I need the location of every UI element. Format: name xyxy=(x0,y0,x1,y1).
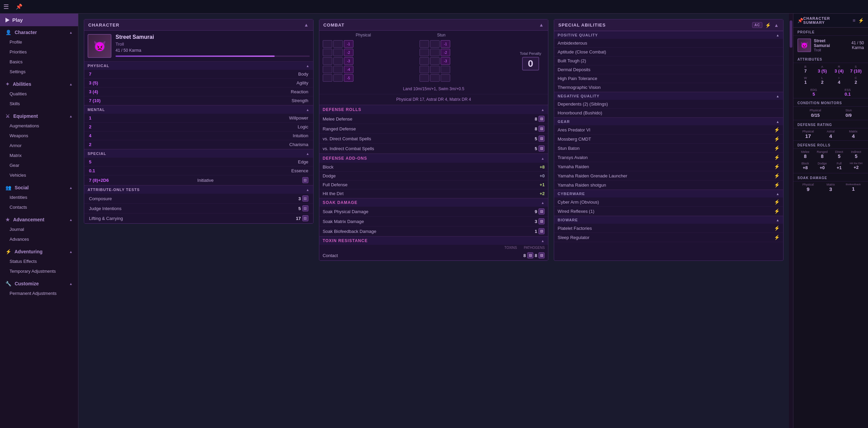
soak-physical-value: 9 xyxy=(535,209,537,214)
sidebar-item-augmentations[interactable]: Augmentations xyxy=(0,121,78,131)
condition-box[interactable] xyxy=(420,57,429,65)
play-button[interactable]: Play xyxy=(0,14,78,26)
condition-box[interactable] xyxy=(323,74,332,82)
sidebar-item-matrix[interactable]: Matrix xyxy=(0,150,78,160)
sidebar-item-status-effects[interactable]: Status Effects xyxy=(0,256,78,266)
dice-icon[interactable]: ⚄ xyxy=(538,218,545,224)
dice-icon[interactable]: ⚄ xyxy=(302,215,308,221)
char-name: Street Samurai xyxy=(116,34,310,40)
scrollbar-track[interactable] xyxy=(789,14,793,428)
sidebar-item-armor[interactable]: Armor xyxy=(0,141,78,150)
scrollbar-thumb[interactable] xyxy=(790,20,792,48)
ability-dermal: Dermal Deposits xyxy=(554,65,783,74)
condition-box[interactable] xyxy=(333,74,343,82)
summary-menu-icon[interactable]: ≡ xyxy=(853,18,855,23)
condition-box[interactable] xyxy=(333,66,343,73)
body-label: B xyxy=(804,65,807,68)
summary-condition-monitors-section: CONDITION MONITORS xyxy=(793,98,868,107)
summary-pin-icon[interactable]: 📌 xyxy=(797,18,803,23)
advancement-section-icon: ★ xyxy=(5,217,10,222)
condition-box[interactable] xyxy=(420,66,429,73)
condition-box[interactable] xyxy=(323,49,332,56)
sidebar-item-contacts[interactable]: Contacts xyxy=(0,202,78,212)
condition-box[interactable] xyxy=(323,66,332,73)
char-karma: 41 / 50 Karma xyxy=(116,48,310,53)
dice-icon[interactable]: ⚄ xyxy=(538,116,545,122)
dice-icon[interactable]: ⚄ xyxy=(302,177,308,183)
summary-dr-melee: Melee 8 xyxy=(797,150,813,159)
sidebar-item-temporary-adjustments[interactable]: Temporary Adjustments xyxy=(0,266,78,276)
collapse-special-icon[interactable]: ▲ xyxy=(774,22,779,28)
dice-icon[interactable]: ⚄ xyxy=(302,195,308,202)
sidebar-item-settings[interactable]: Settings xyxy=(0,67,78,77)
dice-icon[interactable]: ⚄ xyxy=(538,228,545,234)
condition-box[interactable] xyxy=(333,40,343,48)
sidebar-item-profile[interactable]: Profile xyxy=(0,37,78,47)
indirect-combat-label: vs. Indirect Combat Spells xyxy=(323,146,374,151)
condition-box[interactable] xyxy=(333,57,343,65)
condition-box[interactable] xyxy=(430,40,440,48)
condition-box[interactable]: -2 xyxy=(344,49,353,56)
condition-box[interactable] xyxy=(323,40,332,48)
physical-attributes-header: PHYSICAL ▲ xyxy=(84,61,313,70)
physical-condition-label: Physical xyxy=(356,33,371,37)
condition-box[interactable] xyxy=(333,49,343,56)
condition-box[interactable] xyxy=(430,66,440,73)
condition-box[interactable] xyxy=(420,40,429,48)
sidebar-section-abilities[interactable]: ✦ Abilities ▲ xyxy=(0,78,78,89)
condition-box[interactable] xyxy=(430,74,440,82)
sidebar-item-journal[interactable]: Journal xyxy=(0,224,78,234)
collapse-combat-icon[interactable]: ▲ xyxy=(539,22,544,28)
sidebar-item-advances[interactable]: Advances xyxy=(0,234,78,244)
sidebar-item-weapons[interactable]: Weapons xyxy=(0,131,78,141)
condition-box[interactable] xyxy=(430,49,440,56)
gear-item-name: Mossberg CMDT xyxy=(558,137,591,142)
sidebar-section-character[interactable]: 👤 Character ▲ xyxy=(0,26,78,37)
sidebar-item-qualities[interactable]: Qualities xyxy=(0,89,78,99)
summary-char-name: Street Samurai xyxy=(814,38,838,48)
dice-icon[interactable]: ⚄ xyxy=(538,126,545,132)
sidebar-section-equipment[interactable]: ⚔ Equipment ▲ xyxy=(0,110,78,121)
condition-box[interactable] xyxy=(420,49,429,56)
hamburger-icon[interactable]: ☰ xyxy=(3,3,9,11)
chevron-up-icon: ▲ xyxy=(541,157,545,160)
condition-box[interactable]: -3 xyxy=(344,57,353,65)
sidebar-item-gear[interactable]: Gear xyxy=(0,160,78,170)
dice-icon[interactable]: ⚄ xyxy=(538,145,545,152)
sidebar-item-vehicles[interactable]: Vehicles xyxy=(0,170,78,180)
sidebar-item-skills[interactable]: Skills xyxy=(0,99,78,109)
soak-damage-header: SOAK DAMAGE ▲ xyxy=(319,198,548,207)
condition-box[interactable]: -1 xyxy=(344,40,353,48)
condition-box[interactable] xyxy=(420,74,429,82)
dice-icon[interactable]: ⚄ xyxy=(538,136,545,142)
dice-icon[interactable]: ⚄ xyxy=(538,208,545,215)
sidebar-item-permanent-adjustments[interactable]: Permanent Adjustments xyxy=(0,288,78,298)
condition-box[interactable]: -4 xyxy=(344,66,353,73)
pin-icon[interactable]: 📌 xyxy=(16,3,22,10)
condition-box[interactable] xyxy=(441,66,450,73)
addon-block-value: +8 xyxy=(803,165,808,170)
condition-box[interactable]: -3 xyxy=(441,57,450,65)
defense-indirect-combat: vs. Indirect Combat Spells 5 ⚄ xyxy=(319,144,548,154)
sidebar-section-social[interactable]: 👥 Social ▲ xyxy=(0,181,78,192)
condition-box[interactable]: -5 xyxy=(344,74,353,82)
sidebar-item-basics[interactable]: Basics xyxy=(0,57,78,67)
sidebar-section-customize[interactable]: 🔧 Customize ▲ xyxy=(0,278,78,288)
sidebar-section-adventuring[interactable]: ⚡ Adventuring ▲ xyxy=(0,245,78,256)
block-value: +8 xyxy=(540,164,545,170)
condition-box[interactable] xyxy=(323,57,332,65)
condition-box[interactable]: -1 xyxy=(441,40,450,48)
condition-box[interactable] xyxy=(430,57,440,65)
sidebar-item-priorities[interactable]: Priorities xyxy=(0,47,78,57)
dice-icon[interactable]: ⚄ xyxy=(538,252,545,258)
lightning-icon: ⚡ xyxy=(774,136,780,142)
ability-aptitude: Aptitude (Close Combat) xyxy=(554,48,783,57)
dice-icon[interactable]: ⚄ xyxy=(527,252,533,258)
sidebar-section-advancement[interactable]: ★ Advancement ▲ xyxy=(0,213,78,224)
condition-box[interactable]: -2 xyxy=(441,49,450,56)
dice-icon[interactable]: ⚄ xyxy=(302,205,308,211)
collapse-character-icon[interactable]: ▲ xyxy=(304,22,309,28)
summary-lightning-icon[interactable]: ⚡ xyxy=(858,18,864,23)
sidebar-item-identities[interactable]: Identities xyxy=(0,192,78,202)
condition-box[interactable] xyxy=(441,74,450,82)
